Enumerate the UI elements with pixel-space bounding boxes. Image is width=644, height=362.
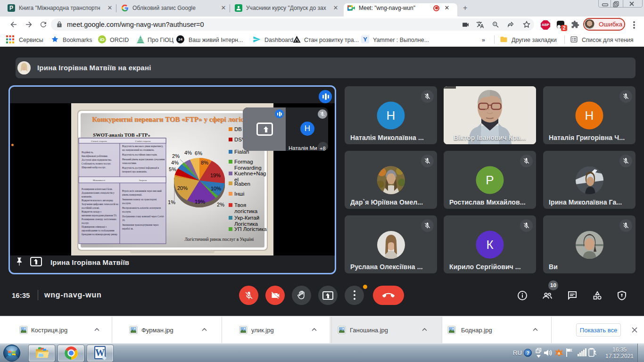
svg-text:європейськими та глобальними: європейськими та глобальними bbox=[82, 229, 115, 232]
svg-text:брендами на міжнародному ринку: брендами на міжнародному ринку. bbox=[82, 233, 117, 236]
svg-text:1%: 1% bbox=[168, 199, 175, 205]
svg-text:Неспроможність клієнтів оплачу: Неспроможність клієнтів оплачувати bbox=[122, 206, 161, 209]
svg-text:Низький рівень користування су: Низький рівень користування сучасними bbox=[122, 158, 165, 161]
svg-text:Стабільність попиту послуг.: Стабільність попиту послуг. bbox=[82, 162, 111, 165]
svg-text:5%: 5% bbox=[169, 166, 176, 172]
svg-text:2%: 2% bbox=[217, 202, 224, 207]
svg-text:Відсутність високого рівня мар: Відсутність високого рівня маркетингу, bbox=[122, 145, 163, 148]
svg-text:Сильні сторони: Сильні сторони bbox=[91, 140, 107, 142]
svg-text:Відсутність доступної інформац: Відсутність доступної інформації в bbox=[122, 166, 159, 169]
svg-text:Втрата всіх замовників через в: Втрата всіх замовників через високий bbox=[122, 189, 162, 192]
svg-text:послуги.: послуги. bbox=[122, 202, 131, 205]
svg-text:інтернеті про компанію.: інтернеті про компанію. bbox=[122, 170, 147, 173]
svg-text:перебої зв.: перебої зв. bbox=[122, 227, 133, 230]
svg-text:Доступні ціни підприємства.: Доступні ціни підприємства. bbox=[82, 158, 112, 161]
svg-text:Відкриття складу з: Відкриття складу з bbox=[82, 210, 101, 213]
svg-text:компанію.: компанію. bbox=[82, 195, 92, 198]
svg-text:Forwarding: Forwarding bbox=[234, 165, 262, 171]
svg-text:Укр-Китай: Укр-Китай bbox=[234, 215, 259, 221]
svg-text:Додавання нових спеціалістів у: Додавання нових спеціалістів у bbox=[82, 191, 115, 194]
svg-text:10%: 10% bbox=[211, 186, 221, 191]
svg-text:Розширення клієнтської бази.: Розширення клієнтської бази. bbox=[82, 188, 113, 190]
svg-text:Залучення цифрових технологій: Залучення цифрових технологій на bbox=[82, 203, 118, 206]
svg-text:19%: 19% bbox=[195, 199, 205, 205]
svg-text:Широкий набір послуг.: Широкий набір послуг. bbox=[82, 166, 106, 169]
svg-text:2%: 2% bbox=[172, 153, 180, 159]
svg-text:Підвищення співпраці з: Підвищення співпраці з bbox=[82, 225, 107, 228]
svg-text:Слабкі сторони: Слабкі сторони bbox=[135, 140, 151, 142]
svg-text:постійній основі.: постійній основі. bbox=[82, 206, 99, 209]
svg-text:митними переходами рішення ТЗ.: митними переходами рішення ТЗ. bbox=[82, 214, 117, 217]
svg-text:4%: 4% bbox=[171, 160, 179, 165]
svg-text:рівень конкуренції.: рівень конкуренції. bbox=[122, 193, 142, 196]
svg-text:що направлений на споживача.: що направлений на споживача. bbox=[122, 148, 154, 151]
svg-text:19%: 19% bbox=[210, 173, 221, 178]
svg-text:19.: 19. bbox=[122, 219, 125, 222]
svg-text:Твоя: Твоя bbox=[234, 202, 246, 208]
svg-text:4%: 4% bbox=[184, 150, 192, 156]
svg-text:Formag: Formag bbox=[234, 159, 253, 165]
svg-text:технологіями.: технологіями. bbox=[122, 162, 137, 165]
svg-text:Raben: Raben bbox=[234, 181, 250, 187]
svg-text:Інші: Інші bbox=[234, 191, 244, 197]
svg-text:Відсутність постійних інвестор: Відсутність постійних інвесторів. bbox=[122, 153, 157, 156]
svg-text:SWOT-аналіз ТОВ «FTP»: SWOT-аналіз ТОВ «FTP» bbox=[93, 132, 150, 138]
svg-text:Надійність.: Надійність. bbox=[82, 151, 93, 154]
svg-text:послуг.: послуг. bbox=[82, 222, 89, 224]
svg-text:логістика: логістика bbox=[234, 208, 258, 214]
svg-text:послуги.: послуги. bbox=[122, 210, 131, 213]
svg-text:Логістичний ринок послуг в Укр: Логістичний ринок послуг в Україні bbox=[185, 237, 254, 242]
svg-text:Kuehne+Nag: Kuehne+Nag bbox=[234, 171, 266, 176]
svg-text:УП Логістика: УП Логістика bbox=[234, 226, 267, 232]
svg-text:Можливості: Можливості bbox=[93, 179, 106, 181]
svg-text:6%: 6% bbox=[195, 150, 202, 156]
svg-text:Відкриття власного автопарку.: Відкриття власного автопарку. bbox=[82, 199, 113, 202]
svg-text:Зниження попиту на транспортні: Зниження попиту на транспортні bbox=[122, 198, 157, 201]
svg-text:20%: 20% bbox=[177, 185, 188, 191]
svg-text:Кваліфіковані робітники.: Кваліфіковані робітники. bbox=[82, 155, 108, 157]
svg-text:Загрози: Загрози bbox=[139, 179, 147, 181]
svg-text:Конкурентні переваги ТОВ «FTP»: Конкурентні переваги ТОВ «FTP» у сфері л… bbox=[92, 115, 259, 123]
svg-text:W: W bbox=[95, 347, 105, 358]
svg-text:Розширення спектру логістичних: Розширення спектру логістичних bbox=[82, 218, 116, 221]
svg-text:Зменшення транспортування чере: Зменшення транспортування через bbox=[122, 223, 158, 226]
svg-text:Погіршення стану компанії чере: Погіршення стану компанії через Covid- bbox=[122, 215, 165, 218]
svg-text:8%: 8% bbox=[201, 160, 208, 165]
